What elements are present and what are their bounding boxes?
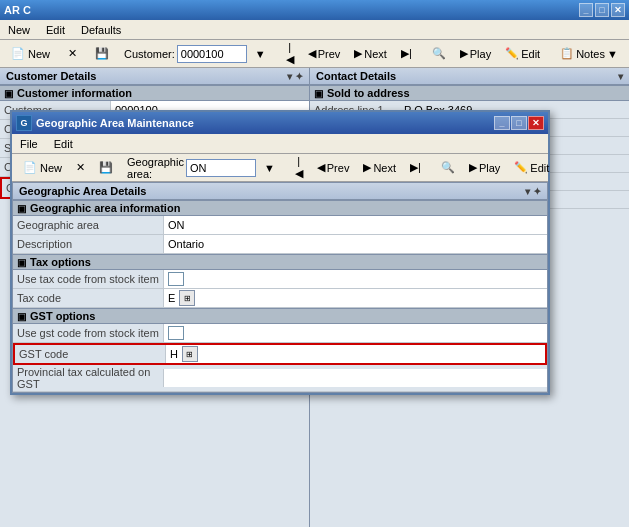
description-row: Description Ontario: [13, 235, 547, 254]
menu-new[interactable]: New: [4, 22, 34, 38]
delete-icon: ✕: [64, 46, 80, 62]
use-tax-code-checkbox[interactable]: [168, 272, 184, 286]
modal-toolbar: 📄 New ✕ 💾 Geographic area: ▼ |◀ ◀ Prev ▶…: [12, 154, 548, 182]
description-value: Ontario: [163, 235, 547, 253]
gst-options-toggle[interactable]: ▣: [17, 311, 26, 322]
sold-to-toggle[interactable]: ▣: [314, 88, 323, 99]
gst-code-browse[interactable]: ⊞: [182, 346, 198, 362]
tax-options-toggle[interactable]: ▣: [17, 257, 26, 268]
tax-options-section-header: ▣ Tax options: [13, 254, 547, 270]
modal-title-bar: G Geographic Area Maintenance _ □ ✕: [12, 112, 548, 134]
gst-code-label: GST code: [15, 347, 165, 361]
modal-next-button[interactable]: ▶ Next: [357, 157, 402, 179]
modal-geo-field: Geographic area: ▼: [127, 156, 281, 180]
modal-prev-button[interactable]: ◀ Prev: [311, 157, 356, 179]
modal-menu-bar: File Edit: [12, 134, 548, 154]
first-button[interactable]: |◀: [280, 43, 300, 65]
customer-panel-header: Customer Details ▾ ✦: [0, 68, 309, 85]
modal-maximize-button[interactable]: □: [511, 116, 527, 130]
geo-info-toggle[interactable]: ▣: [17, 203, 26, 214]
customer-info-section-header: ▣ Customer information: [0, 85, 309, 101]
close-button[interactable]: ✕: [611, 3, 625, 17]
use-gst-code-label: Use gst code from stock item: [13, 326, 163, 340]
tax-code-browse[interactable]: ⊞: [179, 290, 195, 306]
geo-area-details-panel: Geographic Area Details ▾ ✦ ▣ Geographic…: [12, 182, 548, 393]
menu-edit[interactable]: Edit: [42, 22, 69, 38]
save-icon: 💾: [94, 46, 110, 62]
modal-geo-input[interactable]: [186, 159, 256, 177]
app-title: AR C: [4, 4, 31, 16]
modal-play-button[interactable]: ▶ Play: [463, 157, 506, 179]
prev-button[interactable]: ◀ Prev: [302, 43, 347, 65]
save-button[interactable]: 💾: [88, 43, 116, 65]
provincial-tax-row: Provincial tax calculated on GST: [13, 365, 547, 392]
geo-area-field-value: ON: [163, 216, 547, 234]
sold-to-section-header: ▣ Sold to address: [310, 85, 629, 101]
modal-menu-edit[interactable]: Edit: [50, 136, 77, 152]
modal-title-buttons: _ □ ✕: [494, 116, 544, 130]
new-icon: 📄: [10, 46, 26, 62]
modal-save-button[interactable]: 💾: [93, 157, 119, 179]
search-button[interactable]: 🔍: [426, 43, 452, 65]
geo-panel-header: Geographic Area Details ▾ ✦: [13, 183, 547, 200]
tax-code-value: E ⊞: [163, 289, 547, 307]
contact-panel-header: Contact Details ▾: [310, 68, 629, 85]
modal-new-icon: 📄: [22, 160, 38, 176]
use-gst-code-checkbox[interactable]: [168, 326, 184, 340]
modal-close-button[interactable]: ✕: [528, 116, 544, 130]
new-button[interactable]: 📄 New: [4, 43, 56, 65]
title-bar: AR C _ □ ✕: [0, 0, 629, 20]
modal-last-button[interactable]: ▶|: [404, 157, 427, 179]
geo-panel-pin[interactable]: ▾ ✦: [525, 186, 541, 197]
customer-input[interactable]: [177, 45, 247, 63]
geo-area-modal: G Geographic Area Maintenance _ □ ✕ File…: [10, 110, 550, 395]
play-button[interactable]: ▶ Play: [454, 43, 497, 65]
customer-info-toggle[interactable]: ▣: [4, 88, 13, 99]
provincial-tax-label: Provincial tax calculated on GST: [13, 365, 163, 391]
geo-info-section-header: ▣ Geographic area information: [13, 200, 547, 216]
geo-area-field-label: Geographic area: [13, 218, 163, 232]
modal-first-button[interactable]: |◀: [289, 157, 309, 179]
use-tax-code-label: Use tax code from stock item: [13, 272, 163, 286]
main-toolbar: 📄 New ✕ 💾 Customer: ▼ |◀ ◀ Prev ▶ Next ▶…: [0, 40, 629, 68]
customer-field: Customer: ▼: [124, 43, 272, 65]
modal-title-left: G Geographic Area Maintenance: [16, 115, 194, 131]
gst-code-value: H ⊞: [165, 345, 545, 363]
modal-icon: G: [16, 115, 32, 131]
next-button[interactable]: ▶ Next: [348, 43, 393, 65]
tax-code-label: Tax code: [13, 291, 163, 305]
use-tax-code-row: Use tax code from stock item: [13, 270, 547, 289]
modal-search-button[interactable]: 🔍: [435, 157, 461, 179]
geo-area-field-row: Geographic area ON: [13, 216, 547, 235]
edit-button[interactable]: ✏️ Edit: [499, 43, 546, 65]
provincial-tax-value: [163, 369, 547, 387]
minimize-button[interactable]: _: [579, 3, 593, 17]
use-tax-code-value: [163, 270, 547, 288]
modal-geo-dropdown[interactable]: ▼: [258, 157, 281, 179]
gst-code-row: GST code H ⊞: [13, 343, 547, 365]
contact-panel-pin[interactable]: ▾: [618, 71, 623, 82]
modal-menu-file[interactable]: File: [16, 136, 42, 152]
gst-options-section-header: ▣ GST options: [13, 308, 547, 324]
use-gst-code-value: [163, 324, 547, 342]
tax-code-row: Tax code E ⊞: [13, 289, 547, 308]
title-bar-buttons: _ □ ✕: [579, 3, 625, 17]
menu-defaults[interactable]: Defaults: [77, 22, 125, 38]
modal-minimize-button[interactable]: _: [494, 116, 510, 130]
maximize-button[interactable]: □: [595, 3, 609, 17]
modal-edit-button[interactable]: ✏️ Edit: [508, 157, 555, 179]
description-label: Description: [13, 237, 163, 251]
customer-panel-pin[interactable]: ▾ ✦: [287, 71, 303, 82]
delete-button[interactable]: ✕: [58, 43, 86, 65]
customer-dropdown[interactable]: ▼: [249, 43, 272, 65]
modal-new-button[interactable]: 📄 New: [16, 157, 68, 179]
modal-delete-button[interactable]: ✕: [70, 157, 91, 179]
use-gst-code-row: Use gst code from stock item: [13, 324, 547, 343]
last-button[interactable]: ▶|: [395, 43, 418, 65]
notes-button[interactable]: 📋 Notes ▼: [554, 43, 624, 65]
menu-bar: New Edit Defaults: [0, 20, 629, 40]
